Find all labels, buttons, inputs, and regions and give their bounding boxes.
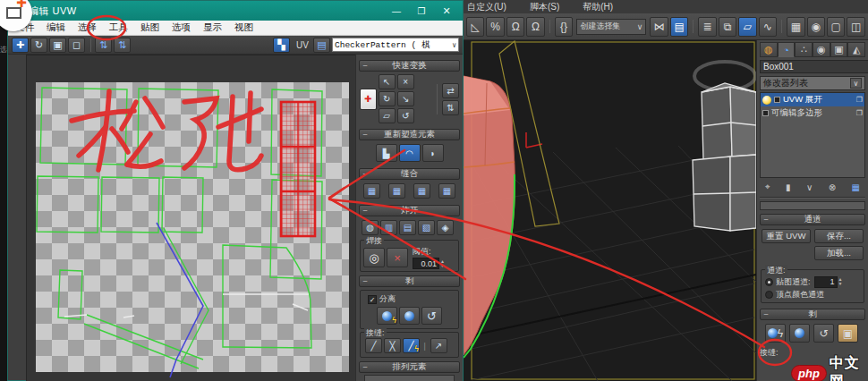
pelt-map-icon[interactable]: ▣ (838, 324, 858, 343)
threshold-value[interactable]: 0.01 (413, 258, 439, 269)
stack-item-editable-poly[interactable]: 可编辑多边形 ❐ (761, 106, 864, 120)
wireframe-box-object[interactable] (693, 83, 756, 231)
menu-customize[interactable]: 自定义(U) (467, 1, 506, 13)
rollout-peel-panel[interactable]: − 剥 (760, 309, 865, 320)
rollout-arrange[interactable]: − 排列元素 (359, 361, 460, 373)
menu-options[interactable]: 选项 (172, 21, 191, 34)
curve-editor-icon[interactable]: ∿ (759, 17, 777, 37)
relax-until-flat-icon[interactable]: ◠ (399, 144, 421, 162)
rollout-peel[interactable]: − 剥 (359, 275, 460, 287)
space-vertical-icon[interactable]: ⇅ (442, 100, 459, 115)
snap-magnet-icon[interactable]: Ω (506, 17, 524, 37)
render-setup-icon[interactable]: ▦ (787, 17, 804, 37)
close-button[interactable]: ✕ (434, 3, 459, 19)
tab-utilities[interactable]: ◭ (847, 42, 865, 57)
mirror-u-icon[interactable]: ⇅ (95, 38, 112, 53)
target-weld-icon[interactable]: ◎ (363, 248, 385, 267)
flatten-material-icon[interactable]: ▧ (418, 220, 435, 235)
straighten-icon[interactable]: ▙ (376, 144, 397, 162)
menu-view[interactable]: 视图 (234, 21, 253, 34)
rollout-reshape[interactable]: − 重新塑造元素 (359, 129, 460, 140)
stack-item-uvw-unwrap[interactable]: UVW 展开 ❐ (761, 93, 864, 106)
tab-modify[interactable]: ◔ (778, 42, 796, 57)
scene-explorer-icon[interactable]: ≣ (698, 17, 716, 37)
relax-icon[interactable]: ◗ (422, 144, 444, 162)
quick-peel-icon[interactable]: ϟ (765, 324, 786, 343)
rollout-quick-transform[interactable]: − 快速变换 (359, 60, 460, 72)
perspective-viewport[interactable] (464, 40, 756, 381)
selected-uv-element[interactable] (281, 102, 315, 236)
quick-peel-icon[interactable]: ϟ (377, 307, 397, 325)
expand-to-seams-icon[interactable]: ↗ (430, 338, 447, 353)
map-list-icon[interactable]: ▤ (313, 38, 330, 53)
peel-mode-icon[interactable] (399, 307, 420, 325)
stitch-average-icon[interactable]: ▦ (388, 183, 405, 199)
menu-edit[interactable]: 编辑 (47, 21, 65, 34)
stitch-custom-icon[interactable]: ▦ (363, 183, 380, 199)
show-map-icon[interactable]: ▚ (273, 38, 290, 53)
object-name-field[interactable] (760, 60, 868, 73)
weld-selected-icon[interactable]: × (387, 248, 408, 267)
menu-display[interactable]: 显示 (203, 21, 222, 34)
mirror-icon[interactable]: ⋈ (650, 17, 668, 37)
tab-motion[interactable]: ◉ (813, 42, 830, 57)
rotate-tool-icon[interactable]: ↻ (30, 38, 47, 53)
convert-edge-to-seam-icon[interactable]: ╱ϟ (403, 338, 420, 353)
map-channel-value[interactable]: 1 (814, 276, 838, 288)
separate-checkbox[interactable]: ✓ (368, 295, 377, 304)
percent-snap-icon[interactable]: % (486, 17, 504, 37)
reset-uvw-button[interactable]: 重置 UVW (762, 229, 811, 243)
make-unique-icon[interactable]: ∨ (806, 182, 813, 192)
rendered-frame-icon[interactable]: ▢ (827, 17, 845, 37)
remove-modifier-icon[interactable]: ⊗ (829, 182, 836, 192)
angle-snap-icon[interactable]: ◺ (466, 17, 484, 37)
modifier-list-dropdown[interactable]: 修改器列表 ∨ (760, 76, 865, 90)
uv-canvas[interactable] (26, 55, 357, 381)
reset-peel-icon[interactable]: ↺ (813, 324, 834, 343)
spinner-arrows[interactable]: ▲▼ (838, 277, 843, 286)
tab-hierarchy[interactable]: ∴ (795, 42, 813, 57)
pin-stack-icon[interactable]: ⌖ (765, 182, 770, 192)
configure-stack-icon[interactable]: ▦ (852, 182, 860, 192)
minimize-button[interactable]: — (384, 3, 409, 19)
render-production-icon[interactable]: ◫ (847, 17, 864, 37)
soft-selection-icon[interactable]: ✚ (360, 89, 377, 110)
map-channel-radio[interactable] (765, 278, 773, 286)
vertex-color-radio[interactable] (765, 291, 773, 299)
menu-select[interactable]: 选择 (78, 21, 97, 34)
rollout-channel[interactable]: − 通道 (760, 214, 865, 225)
tab-display[interactable]: ▣ (830, 42, 848, 57)
menu-help[interactable]: 帮助(H) (583, 1, 613, 13)
modifier-enabled-icon[interactable] (762, 96, 771, 105)
menu-script[interactable]: 脚本(S) (530, 1, 559, 13)
align-horizontal-icon[interactable]: ↖ (379, 74, 396, 89)
align-icon[interactable]: ▤ (670, 17, 688, 37)
spinner-snap-icon[interactable]: Ω (526, 17, 544, 37)
align-vertical-icon[interactable]: ↘ (397, 91, 414, 106)
rotate-cw-icon[interactable]: ↻ (379, 91, 396, 106)
tab-create[interactable]: ◍ (760, 42, 778, 57)
mirror-v-icon[interactable]: ⇅ (114, 38, 131, 53)
named-selection-icon[interactable]: {} (555, 17, 573, 37)
scale-tool-icon[interactable]: ▣ (49, 38, 66, 53)
move-tool-icon[interactable]: ✚ (12, 38, 29, 53)
flatten-polygon-icon[interactable]: ▥ (380, 220, 397, 235)
rotate-ccw-icon[interactable]: ↺ (397, 108, 414, 123)
linear-align-icon[interactable]: ▱ (379, 108, 396, 123)
flatten-smoothing-icon[interactable]: ▤ (399, 220, 416, 235)
material-editor-icon[interactable]: ◉ (807, 17, 825, 37)
spinner-arrows[interactable]: ▲▼ (440, 259, 445, 268)
save-button[interactable]: 保存... (814, 229, 864, 243)
point-to-point-seam-icon[interactable]: ╳ (384, 338, 401, 353)
rollout-explode[interactable]: − 炸开 (359, 205, 460, 216)
flatten-custom-icon[interactable]: ◍ (362, 220, 379, 235)
selection-set-dropdown[interactable]: 创建选择集 ∨ (576, 19, 646, 35)
uvw-titlebar[interactable]: 编辑 UVW — ❐ ✕ (8, 1, 463, 21)
peel-mode-icon[interactable] (789, 324, 810, 343)
align-cross-icon[interactable]: × (397, 74, 414, 89)
space-horizontal-icon[interactable]: ⇄ (442, 83, 459, 98)
edit-seams-icon[interactable]: ╱ (365, 338, 382, 353)
rollout-stitch[interactable]: − 缝合 (359, 168, 460, 180)
stitch-source-icon[interactable]: ▦ (413, 183, 430, 199)
layer-manager-icon[interactable]: ⧉ (719, 17, 736, 37)
